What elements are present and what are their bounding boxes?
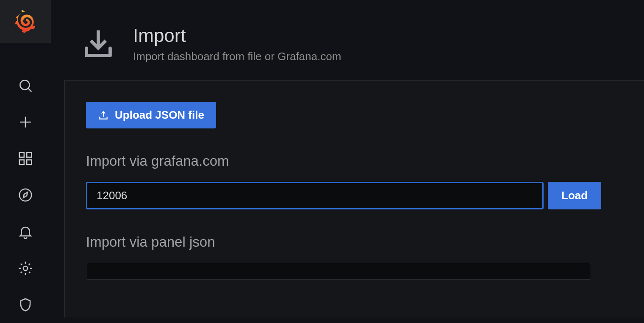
import-icon	[80, 26, 116, 63]
page-title: Import	[133, 25, 341, 46]
bell-icon	[17, 224, 33, 240]
svg-line-1	[28, 89, 32, 92]
sidebar-create[interactable]	[0, 104, 51, 140]
svg-rect-6	[19, 160, 24, 164]
search-icon	[17, 78, 33, 94]
import-via-panel-json-label: Import via panel json	[86, 234, 623, 250]
grafana-logo-icon	[15, 10, 36, 33]
compass-icon	[17, 187, 33, 203]
page-header: Import Import dashboard from file or Gra…	[51, 0, 644, 80]
sidebar	[0, 0, 51, 323]
dashboard-icon	[17, 150, 33, 167]
upload-json-button-label: Upload JSON file	[115, 109, 204, 122]
gear-icon	[17, 260, 33, 276]
upload-json-button[interactable]: Upload JSON file	[86, 102, 216, 128]
sidebar-alerting[interactable]	[0, 214, 51, 250]
svg-point-10	[23, 266, 28, 270]
main-content: Import Import dashboard from file or Gra…	[51, 0, 644, 323]
shield-icon	[17, 297, 33, 313]
load-button-label: Load	[561, 189, 588, 202]
page-body: Upload JSON file Import via grafana.com …	[64, 80, 644, 317]
svg-rect-7	[27, 160, 31, 164]
svg-marker-9	[23, 192, 28, 198]
sidebar-configuration[interactable]	[0, 250, 51, 287]
svg-point-0	[20, 80, 29, 89]
sidebar-explore[interactable]	[0, 177, 51, 213]
page-subtitle: Import dashboard from file or Grafana.co…	[133, 50, 341, 63]
svg-point-8	[19, 189, 32, 201]
sidebar-admin[interactable]	[0, 287, 51, 323]
plus-icon	[17, 114, 33, 130]
sidebar-dashboards[interactable]	[0, 140, 51, 177]
svg-rect-5	[27, 153, 31, 157]
import-via-grafana-label: Import via grafana.com	[86, 153, 623, 169]
svg-rect-4	[19, 153, 24, 157]
grafana-com-id-input[interactable]	[86, 182, 544, 209]
sidebar-search[interactable]	[0, 67, 51, 104]
load-button[interactable]: Load	[548, 182, 601, 209]
grafana-logo[interactable]	[0, 0, 51, 43]
upload-icon	[98, 110, 109, 121]
panel-json-textarea[interactable]	[86, 263, 591, 280]
